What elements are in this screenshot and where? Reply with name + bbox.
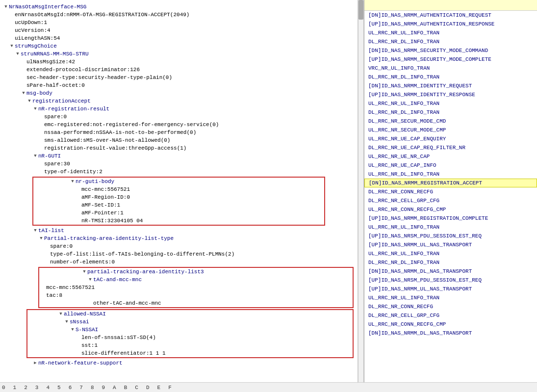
expand-icon-struMsg[interactable] (9, 43, 15, 49)
expand-icon-regResult[interactable] (38, 145, 44, 151)
tree-item-msgBody[interactable]: msg-body (2, 89, 356, 97)
tree-item-spare[interactable]: spare:0 (2, 113, 356, 121)
tree-item-uiLength[interactable]: uiLengthASN:54 (2, 34, 356, 42)
expand-icon-nrTmsi[interactable] (76, 218, 81, 224)
tree-item-amfRegion[interactable]: aMF-Region-ID:0 (33, 193, 324, 201)
expand-icon-regAccept[interactable] (26, 98, 32, 104)
expand-icon-typeList[interactable] (44, 251, 50, 257)
tree-item-nrGuti[interactable]: nR-GUTI (2, 152, 356, 160)
tree-item-secHeader[interactable]: sec-header-type:security-header-type-pla… (2, 74, 356, 81)
expand-icon-struNRNAS[interactable] (15, 51, 21, 57)
expand-icon-lenSnssai[interactable] (76, 335, 81, 340)
right-list-item-cap_enq[interactable]: UL_RRC_NR_UE_CAP_ENQUIRY (364, 134, 537, 143)
tree-item-typeList[interactable]: type-of-list:list-of-TAIs-belonging-to-d… (2, 250, 356, 258)
right-list-item-sec_cmd[interactable]: [DN]ID_NAS_NRMM_SECURITY_MODE_COMMAND (364, 46, 537, 55)
expand-icon-emcReg[interactable] (38, 122, 44, 128)
right-list-item-cell_grp2[interactable]: DL_RRC_NR_CELL_GRP_CFG (364, 311, 537, 320)
right-list-item-dl_rrc_5[interactable]: DL_RRC_NR_DL_INFO_TRAN (364, 258, 537, 267)
tree-item-lenSnssai[interactable]: len-of-snssai:sST-SD(4) (27, 334, 353, 341)
tree-item-nssaa[interactable]: nssaa-performed:nSSAA-is-not-to-be-perfo… (2, 129, 356, 136)
expand-icon-sliceDiff[interactable] (76, 350, 81, 356)
tree-item-regResult[interactable]: registration-result-value:threeGpp-acces… (2, 144, 356, 152)
right-list-item-cap_info[interactable]: UL_RRC_NR_UE_CAP_INFO (364, 161, 537, 170)
expand-icon-enNrnas[interactable] (9, 12, 15, 18)
expand-icon-tACand[interactable] (87, 277, 93, 283)
tree-item-sst1[interactable]: sst:1 (27, 341, 353, 349)
right-list-item-sec_complete[interactable]: [UP]ID_NAS_NRMM_SECURITY_MODE_COMPLETE (364, 55, 537, 64)
expand-icon-sNssai[interactable] (64, 319, 70, 325)
tree-item-extProt[interactable]: extended-protocol-discriminator:126 (2, 66, 356, 74)
right-list-item-conn_recfg2[interactable]: DL_RRC_NR_CONN_RECFG (364, 302, 537, 311)
tree-item-amfPtr[interactable]: aMF-Pointer:1 (33, 209, 324, 217)
expand-icon-spare2[interactable] (44, 243, 50, 249)
right-list-item-id_req[interactable]: [DN]ID_NAS_NRMM_IDENTITY_REQUEST (364, 81, 537, 90)
tree-item-allowedNSSAI[interactable]: allowed-NSSAI (27, 310, 353, 318)
right-list-item-auth_resp[interactable]: [UP]ID_NAS_NRMM_AUTHENTICATION_RESPONSE (364, 20, 537, 28)
tree-item-nrGutiBody[interactable]: nr-guti-body (33, 178, 324, 185)
tree-item-sNSSAI[interactable]: S-NSSAI (27, 326, 353, 334)
expand-icon-nrNetwork[interactable] (32, 360, 38, 366)
tree-item-partialTrack[interactable]: Partial-tracking-area-identity-list-type (2, 235, 356, 242)
right-list-item-pdu_sess_est2[interactable]: [UP]ID_NAS_NRSM_PDU_SESSION_EST_REQ (364, 276, 537, 285)
tree-item-partialTrack3[interactable]: partial-tracking-area-identity-list3 (39, 268, 353, 276)
tree-item-struMsg[interactable]: struMsgChoice (2, 42, 356, 50)
expand-icon-amfPtr[interactable] (76, 210, 81, 216)
tree-item-nrTmsi[interactable]: nR-TMSI:32304105 04 (33, 217, 324, 225)
tree-item-ucVersion[interactable]: ucVersion:4 (2, 26, 356, 34)
expand-icon-msgBody[interactable] (21, 90, 26, 96)
expand-icon-smsAllow[interactable] (38, 137, 44, 143)
expand-icon-ucVersion[interactable] (9, 27, 15, 33)
right-list-item-ue_cap[interactable]: UL_RRC_NR_UE_NR_CAP (364, 152, 537, 161)
expand-icon-otherTAC[interactable] (87, 300, 93, 306)
right-list-item-dl_rrc_3[interactable]: DL_RRC_NR_DL_INFO_TRAN (364, 108, 537, 117)
right-list-item-id_resp[interactable]: [UP]ID_NAS_NRMM_IDENTITY_RESPONSE (364, 90, 537, 99)
expand-icon-nrReg[interactable] (32, 106, 38, 112)
tree-item-ucUpDown[interactable]: ucUpDown:1 (2, 19, 356, 26)
right-list-item-vrc_nr_ul[interactable]: VRC_NR_UL_INFO_TRAN (364, 64, 537, 73)
tree-item-sParehalf[interactable]: sPare-half-octet:0 (2, 81, 356, 89)
expand-icon-spare[interactable] (38, 114, 44, 120)
right-list-item-ul_nas_transport[interactable]: [UP]ID_NAS_NRMM_UL_NAS_TRANSPORT (364, 240, 537, 249)
expand-icon-amfSet[interactable] (76, 202, 81, 208)
tree-item-amfSet[interactable]: aMF-Set-ID:1 (33, 201, 324, 209)
expand-icon-numElem[interactable] (44, 259, 50, 265)
right-list-item-reg_accept[interactable]: [DN]ID_NAS_NRMM_REGISTRATION_ACCEPT (364, 179, 537, 187)
expand-icon-partialTrack3[interactable] (81, 269, 87, 275)
tree-item-nrNetwork[interactable]: nR-network-feature-support (2, 359, 356, 367)
tree-item-smsAllow[interactable]: sms-allowed:sMS-over-NAS-not-allowed(0) (2, 136, 356, 144)
right-list-item-conn_recfg_cmp[interactable]: UL_RRC_NR_CONN_RECFG_CMP (364, 205, 537, 214)
tree-item-spare2[interactable]: spare:0 (2, 242, 356, 250)
vertical-scrollbar[interactable] (358, 0, 364, 382)
expand-icon-tac8[interactable] (40, 292, 46, 298)
right-list-item-ul_rrc_4[interactable]: UL_RRC_NR_UL_INFO_TRAN (364, 249, 537, 258)
tree-item-mccMnc2[interactable]: mcc-mnc:5567521 (39, 284, 353, 291)
tree-item-sNssai[interactable]: sNssai (27, 318, 353, 326)
right-list-item-ul_rrc_2[interactable]: UL_RRC_NR_UL_INFO_TRAN (364, 99, 537, 108)
right-list-item-dl_rrc_recfg[interactable]: DL_RRC_NR_CONN_RECFG (364, 187, 537, 196)
tree-item-ulNas[interactable]: ulNasMsgSize:42 (2, 58, 356, 66)
tree-item-otherTAC[interactable]: other-tAC-and-mcc-mnc (39, 299, 353, 307)
tree-item-struNRNAS[interactable]: struNRNAS-MM-MSG-STRU (2, 50, 356, 58)
tree-item-regAccept[interactable]: registrationAccept (2, 97, 356, 105)
tree-item-mccMnc1[interactable]: mcc-mnc:5567521 (33, 185, 324, 193)
right-list-item-ul_nas_transport2[interactable]: [UP]ID_NAS_NRMM_UL_NAS_TRANSPORT (364, 285, 537, 293)
expand-icon-mccMnc1[interactable] (76, 186, 81, 192)
tree-item-numElem[interactable]: number-of-elements:0 (2, 258, 356, 266)
right-list-item-dl_rrc_2[interactable]: DL_RRC_NR_DL_INFO_TRAN (364, 73, 537, 81)
expand-icon-ucUpDown[interactable] (9, 20, 15, 26)
expand-icon-nssaa[interactable] (38, 130, 44, 135)
right-list-item-cap_req_filter[interactable]: DL_RRC_NR_UE_CAP_REQ_FILTER_NR (364, 143, 537, 152)
right-list-item-cell_grp[interactable]: DL_RRC_NR_CELL_GRP_CFG (364, 196, 537, 205)
right-list-item-pdu_sess_est[interactable]: [UP]ID_NAS_NRSM_PDU_SESSION_EST_REQ (364, 232, 537, 240)
right-list-item-ul_rrc_5[interactable]: UL_RRC_NR_UL_INFO_TRAN (364, 293, 537, 302)
expand-icon-sst1[interactable] (76, 342, 81, 348)
tree-item-tACand[interactable]: tAC-and-mcc-mnc (39, 276, 353, 284)
tree-item-enNrnas[interactable]: enNrnasOtaMsgId:nRMM-OTA-MSG-REGISTRATIO… (2, 11, 356, 19)
tree-item-root[interactable]: NrNasOtaMsgInterface-MSG (2, 3, 356, 11)
expand-icon-spare30[interactable] (38, 161, 44, 167)
tree-item-taiList[interactable]: tAI-list (2, 227, 356, 235)
tree-item-spare30[interactable]: spare:30 (2, 160, 356, 168)
right-list-item-reg_complete[interactable]: [UP]ID_NAS_NRMM_REGISTRATION_COMPLETE (364, 214, 537, 223)
tree-item-tac8[interactable]: tac:8 (39, 291, 353, 299)
expand-icon-typeId[interactable] (38, 169, 44, 175)
